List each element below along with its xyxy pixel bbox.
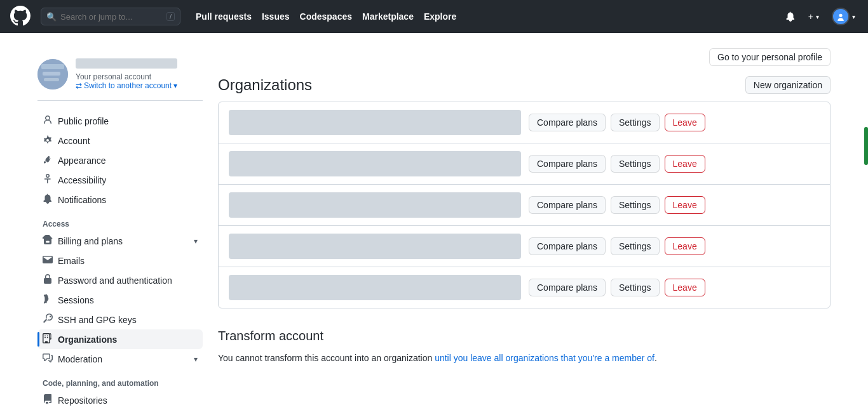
- sidebar-item-moderation[interactable]: Moderation ▾: [37, 349, 203, 369]
- organization-icon: [43, 333, 53, 345]
- sidebar-item-billing[interactable]: Billing and plans ▾: [37, 231, 203, 251]
- user-banner-left: Your personal account ⇄ Switch to anothe…: [37, 58, 177, 90]
- org-info-blurred: [229, 151, 521, 176]
- billing-icon: [43, 235, 53, 247]
- sidebar-label: Repositories: [58, 395, 107, 406]
- main-nav-links: Pull requests Issues Codespaces Marketpl…: [196, 11, 456, 22]
- compare-plans-button[interactable]: Compare plans: [529, 114, 606, 131]
- org-actions: Compare plans Settings Leave: [529, 155, 705, 173]
- go-to-profile-button[interactable]: Go to your personal profile: [709, 48, 831, 66]
- transform-link[interactable]: until you leave all organizations that y…: [435, 353, 654, 363]
- sidebar-label: SSH and GPG keys: [58, 315, 137, 325]
- org-actions: Compare plans Settings Leave: [529, 279, 705, 296]
- org-info-blurred: [229, 275, 521, 300]
- svg-rect-1: [41, 64, 64, 69]
- avatar: [832, 8, 850, 25]
- marketplace-link[interactable]: Marketplace: [362, 11, 414, 22]
- leave-button[interactable]: Leave: [665, 196, 705, 214]
- sidebar-label: Appearance: [58, 156, 106, 166]
- user-avatar: [37, 59, 68, 89]
- user-avatar-button[interactable]: ▾: [829, 5, 858, 28]
- user-info: Your personal account ⇄ Switch to anothe…: [76, 58, 177, 90]
- sidebar-item-appearance[interactable]: Appearance: [37, 150, 203, 170]
- main-content: Go to your personal profile Organization…: [218, 48, 831, 410]
- org-actions: Compare plans Settings Leave: [529, 114, 705, 131]
- new-dropdown-arrow: ▾: [816, 13, 819, 20]
- sidebar-item-account[interactable]: Account: [37, 131, 203, 150]
- sidebar-item-emails[interactable]: Emails: [37, 251, 203, 270]
- compare-plans-button[interactable]: Compare plans: [529, 279, 606, 296]
- lock-icon: [43, 274, 53, 286]
- table-row: Compare plans Settings Leave: [219, 267, 830, 308]
- broadcast-icon: [43, 294, 53, 306]
- sidebar-item-repositories[interactable]: Repositories: [37, 390, 203, 410]
- bell-icon: [43, 194, 53, 206]
- search-bar[interactable]: 🔍 /: [41, 8, 180, 25]
- table-row: Compare plans Settings Leave: [219, 226, 830, 267]
- expand-icon: ▾: [194, 355, 198, 364]
- sidebar-label: Billing and plans: [58, 236, 123, 246]
- settings-button[interactable]: Settings: [611, 279, 660, 296]
- page-layout: Your personal account ⇄ Switch to anothe…: [27, 33, 841, 417]
- leave-button[interactable]: Leave: [665, 279, 705, 296]
- sidebar-label: Notifications: [58, 195, 106, 205]
- leave-button[interactable]: Leave: [665, 155, 705, 173]
- paintbrush-icon: [43, 154, 53, 166]
- transform-description: You cannot transform this account into a…: [218, 351, 831, 365]
- search-input[interactable]: [60, 12, 156, 22]
- plus-icon: +: [808, 11, 813, 22]
- sidebar-label: Emails: [58, 256, 85, 266]
- user-banner: Your personal account ⇄ Switch to anothe…: [37, 48, 203, 101]
- notifications-button[interactable]: [783, 9, 798, 24]
- org-info-blurred: [229, 192, 521, 218]
- topnav-right: + ▾ ▾: [783, 5, 858, 28]
- switch-icon: ⇄: [76, 81, 82, 90]
- svg-rect-2: [43, 72, 60, 76]
- expand-icon: ▾: [194, 237, 198, 246]
- scrollbar-accent: [864, 127, 868, 165]
- gear-icon: [43, 135, 53, 147]
- sidebar-item-accessibility[interactable]: Accessibility: [37, 170, 203, 190]
- organizations-table: Compare plans Settings Leave Compare pla…: [218, 102, 831, 308]
- leave-button[interactable]: Leave: [665, 237, 705, 255]
- sidebar-label: Account: [58, 136, 90, 146]
- org-info-blurred: [229, 234, 521, 259]
- settings-button[interactable]: Settings: [611, 155, 660, 173]
- settings-button[interactable]: Settings: [611, 237, 660, 255]
- pull-requests-link[interactable]: Pull requests: [196, 11, 252, 22]
- code-section-label: Code, planning, and automation: [37, 369, 203, 390]
- sidebar-label: Password and authentication: [58, 275, 172, 286]
- avatar-dropdown-arrow: ▾: [852, 13, 855, 20]
- sidebar-item-organizations[interactable]: Organizations: [37, 329, 203, 349]
- sidebar-item-ssh-keys[interactable]: SSH and GPG keys: [37, 310, 203, 329]
- switch-account-link[interactable]: ⇄ Switch to another account ▾: [76, 81, 177, 90]
- sidebar-item-sessions[interactable]: Sessions: [37, 290, 203, 310]
- sidebar-label: Moderation: [58, 354, 102, 364]
- sidebar-item-password[interactable]: Password and authentication: [37, 270, 203, 290]
- settings-button[interactable]: Settings: [611, 114, 660, 131]
- issues-link[interactable]: Issues: [262, 11, 290, 22]
- settings-button[interactable]: Settings: [611, 196, 660, 214]
- sidebar: Your personal account ⇄ Switch to anothe…: [37, 48, 203, 410]
- sidebar-item-public-profile[interactable]: Public profile: [37, 111, 203, 131]
- explore-link[interactable]: Explore: [424, 11, 456, 22]
- org-actions: Compare plans Settings Leave: [529, 237, 705, 255]
- top-navigation: 🔍 / Pull requests Issues Codespaces Mark…: [0, 0, 868, 33]
- organizations-header: Organizations New organization: [218, 76, 831, 94]
- compare-plans-button[interactable]: Compare plans: [529, 155, 606, 173]
- compare-plans-button[interactable]: Compare plans: [529, 237, 606, 255]
- sidebar-label: Sessions: [58, 295, 94, 305]
- leave-button[interactable]: Leave: [665, 114, 705, 131]
- sidebar-label: Accessibility: [58, 175, 106, 185]
- svg-rect-3: [44, 78, 59, 81]
- github-logo-icon[interactable]: [10, 6, 31, 28]
- access-section-label: Access: [37, 209, 203, 231]
- new-button[interactable]: + ▾: [806, 9, 822, 24]
- compare-plans-button[interactable]: Compare plans: [529, 196, 606, 214]
- codespaces-link[interactable]: Codespaces: [300, 11, 352, 22]
- new-organization-button[interactable]: New organization: [745, 76, 831, 94]
- sidebar-item-notifications[interactable]: Notifications: [37, 190, 203, 209]
- sidebar-label: Public profile: [58, 116, 109, 126]
- table-row: Compare plans Settings Leave: [219, 185, 830, 226]
- sidebar-label: Organizations: [58, 334, 117, 345]
